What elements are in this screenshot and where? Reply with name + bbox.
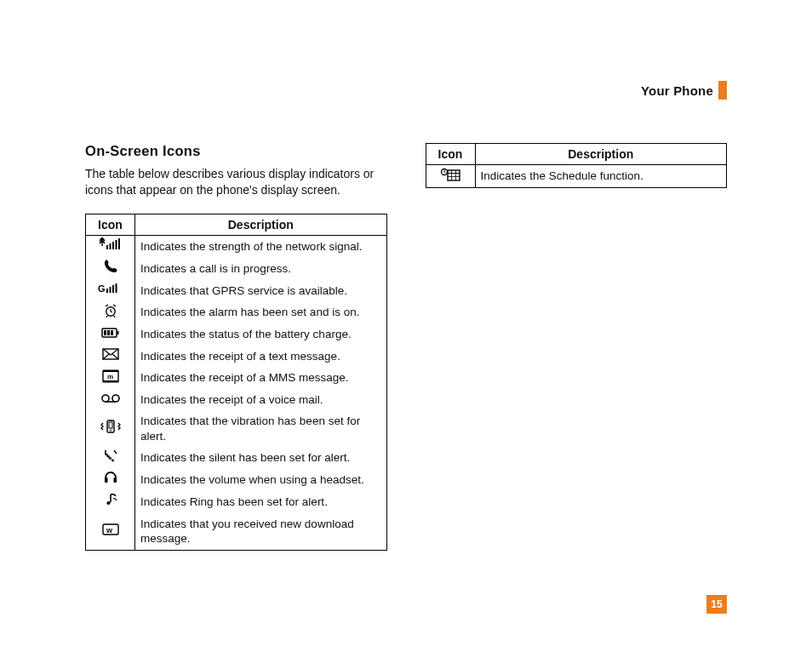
svg-rect-1 — [109, 243, 111, 249]
svg-point-30 — [106, 501, 110, 505]
svg-rect-2 — [112, 242, 114, 249]
desc-cell: Indicates the silent has been set for al… — [135, 447, 387, 469]
table-row: G Indicates that GPRS service is availab… — [86, 280, 387, 302]
th-icon: Icon — [86, 214, 135, 235]
table-row: Indicates the strength of the network si… — [86, 235, 387, 257]
download-message-icon: w — [102, 523, 119, 535]
svg-point-22 — [112, 395, 119, 402]
table-row: Indicates the receipt of a text message. — [86, 346, 387, 368]
text-message-icon — [102, 348, 119, 360]
mms-message-icon: m — [102, 369, 119, 383]
desc-cell: Indicates that GPRS service is available… — [135, 280, 387, 302]
table-row: Indicates the silent has been set for al… — [86, 447, 387, 469]
header-right: Your Phone — [641, 81, 727, 100]
call-in-progress-icon — [103, 259, 118, 274]
table-row: w Indicates that you received new downlo… — [86, 513, 387, 551]
svg-point-26 — [110, 430, 112, 432]
section-title: On-Screen Icons — [85, 143, 387, 159]
desc-cell: Indicates the receipt of a voice mail. — [135, 389, 387, 411]
desc-cell: Indicates Ring has been set for alert. — [135, 490, 387, 513]
svg-rect-33 — [448, 170, 460, 180]
signal-strength-icon — [99, 237, 123, 251]
table-row: Indicates that the vibration has been se… — [86, 410, 387, 447]
headset-volume-icon — [103, 471, 118, 484]
svg-point-21 — [102, 395, 109, 402]
table-row: Indicates the Schedule function. — [426, 165, 727, 188]
table-row: Indicates the receipt of a voice mail. — [86, 389, 387, 411]
svg-text:w: w — [106, 526, 113, 535]
desc-cell: Indicates the volume when using a headse… — [135, 469, 387, 491]
table-row: Indicates a call is in progress. — [86, 257, 387, 280]
svg-rect-15 — [111, 330, 113, 335]
battery-icon — [101, 328, 120, 338]
gprs-icon: G — [98, 283, 123, 294]
svg-text:G: G — [98, 283, 106, 294]
svg-rect-9 — [115, 283, 117, 293]
table-row: Indicates the volume when using a headse… — [86, 469, 387, 491]
table-row: Indicates the status of the battery char… — [86, 323, 387, 346]
svg-rect-25 — [109, 422, 112, 428]
svg-rect-19 — [103, 380, 118, 383]
left-column: On-Screen Icons The table below describe… — [85, 143, 387, 551]
th-description: Description — [475, 144, 727, 165]
alarm-icon — [103, 304, 118, 317]
icons-table-left: Icon Description Indicates the strength … — [85, 214, 387, 551]
header-accent-tab — [718, 81, 727, 100]
page-header-title: Your Phone — [641, 83, 713, 98]
desc-cell: Indicates the alarm has been set and is … — [135, 301, 387, 323]
desc-cell: Indicates the status of the battery char… — [135, 323, 387, 346]
th-description: Description — [135, 214, 387, 235]
svg-text:m: m — [107, 373, 113, 380]
desc-cell: Indicates the Schedule function. — [475, 165, 727, 188]
desc-cell: Indicates the strength of the network si… — [135, 235, 387, 257]
svg-rect-14 — [107, 330, 110, 335]
svg-rect-4 — [118, 238, 120, 249]
desc-cell: Indicates the receipt of a text message. — [135, 346, 387, 368]
schedule-icon — [440, 168, 460, 181]
desc-cell: Indicates that you received new download… — [135, 513, 387, 551]
svg-rect-7 — [109, 287, 111, 293]
svg-rect-29 — [113, 477, 117, 483]
svg-rect-0 — [106, 245, 108, 249]
svg-rect-8 — [112, 285, 114, 293]
page-number: 15 — [711, 598, 722, 610]
ring-alert-icon — [103, 492, 118, 507]
svg-rect-28 — [105, 477, 108, 483]
desc-cell: Indicates that the vibration has been se… — [135, 410, 387, 447]
table-row: Indicates Ring has been set for alert. — [86, 490, 387, 513]
silent-alert-icon — [103, 449, 118, 463]
svg-rect-13 — [104, 330, 106, 335]
section-intro: The table below describes various displa… — [85, 166, 387, 198]
th-icon: Icon — [426, 144, 475, 165]
desc-cell: Indicates the receipt of a MMS message. — [135, 367, 387, 389]
table-row: m Indicates the receipt of a MMS message… — [86, 367, 387, 389]
svg-rect-6 — [106, 289, 108, 293]
table-row: Indicates the alarm has been set and is … — [86, 301, 387, 323]
page-number-badge: 15 — [706, 595, 727, 614]
desc-cell: Indicates a call is in progress. — [135, 257, 387, 280]
icons-table-right: Icon Description Indicates the Schedule … — [426, 143, 728, 188]
svg-rect-3 — [115, 240, 117, 249]
svg-rect-18 — [103, 369, 118, 372]
right-column: Icon Description Indicates the Schedule … — [426, 143, 728, 188]
vibration-alert-icon — [100, 420, 122, 433]
svg-rect-12 — [117, 331, 118, 334]
voicemail-icon — [100, 393, 121, 403]
svg-point-27 — [112, 459, 114, 461]
